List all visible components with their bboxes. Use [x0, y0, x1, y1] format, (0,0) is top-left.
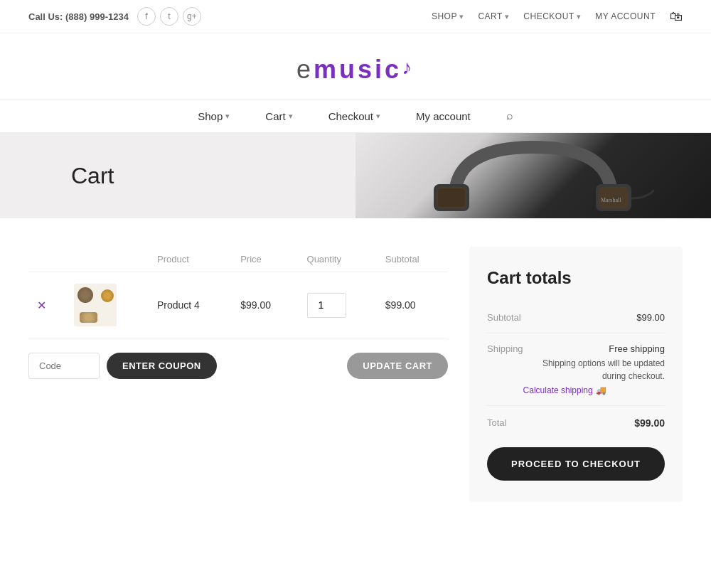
calculate-shipping-link[interactable]: Calculate shipping 🚚 — [523, 385, 665, 395]
phone-number: (888) 999-1234 — [65, 11, 129, 22]
social-icons: f t g+ — [137, 7, 201, 26]
quantity-input[interactable] — [307, 293, 346, 318]
col-product: Product — [149, 247, 232, 272]
total-row: Total $99.00 — [487, 406, 665, 440]
main-content: Product Price Quantity Subtotal — [14, 247, 697, 502]
headphones-illustration: Marshall — [412, 133, 654, 218]
product-price: $99.00 — [240, 299, 271, 311]
cart-totals: Cart totals Subtotal $99.00 Shipping Fre… — [469, 247, 683, 502]
shipping-note: Shipping options will be updated during … — [523, 357, 665, 383]
logo-main: music — [314, 55, 402, 84]
top-nav-shop[interactable]: SHOP ▾ — [432, 11, 464, 21]
truck-icon: 🚚 — [596, 385, 606, 395]
logo-area: emusic♪ — [0, 33, 711, 99]
cart-actions: ENTER COUPON UPDATE CART — [28, 353, 448, 379]
page-title: Cart — [71, 163, 114, 189]
main-nav-cart-label: Cart — [265, 110, 285, 122]
main-nav-checkout-label: Checkout — [328, 110, 373, 122]
logo-prefix: e — [296, 55, 314, 84]
update-cart-button[interactable]: UPDATE CART — [347, 353, 448, 379]
top-nav-checkout-label: CHECKOUT — [523, 11, 574, 21]
main-nav-myaccount[interactable]: My account — [416, 110, 471, 122]
shipping-row: Shipping Free shipping Shipping options … — [487, 333, 665, 406]
total-label: Total — [487, 417, 506, 429]
cart-totals-title: Cart totals — [487, 268, 665, 288]
shipping-label: Shipping — [487, 343, 523, 354]
product-thumbnail — [74, 284, 117, 326]
product-name: Product 4 — [157, 299, 200, 311]
enter-coupon-button[interactable]: ENTER COUPON — [107, 353, 217, 379]
thumb-decoration-2 — [101, 289, 114, 302]
top-nav-myaccount[interactable]: MY ACCOUNT — [595, 11, 656, 21]
thumb-decoration-3 — [80, 312, 97, 323]
chevron-down-icon: ▾ — [376, 112, 380, 121]
top-bar-left: Call Us: (888) 999-1234 f t g+ — [28, 7, 201, 26]
top-nav-shop-label: SHOP — [432, 11, 457, 21]
chevron-down-icon: ▾ — [225, 112, 230, 121]
proceed-to-checkout-button[interactable]: PROCEED TO CHECKOUT — [487, 447, 665, 481]
thumb-decoration-1 — [77, 287, 93, 303]
top-nav-checkout[interactable]: CHECKOUT ▾ — [523, 11, 581, 21]
svg-text:Marshall: Marshall — [601, 197, 621, 203]
chevron-down-icon: ▾ — [577, 12, 582, 21]
table-row: ✕ Product 4 $99.00 — [28, 272, 448, 338]
top-bar-right: SHOP ▾ CART ▾ CHECKOUT ▾ MY ACCOUNT 🛍 — [432, 9, 683, 24]
chevron-down-icon: ▾ — [505, 12, 510, 21]
shipping-value: Free shipping — [523, 343, 665, 354]
col-subtotal: Subtotal — [377, 247, 448, 272]
col-image — [65, 247, 149, 272]
svg-rect-4 — [438, 188, 465, 207]
col-quantity: Quantity — [299, 247, 377, 272]
main-nav-shop-label: Shop — [198, 110, 223, 122]
hero-image: Marshall — [356, 133, 711, 218]
main-nav-shop[interactable]: Shop ▾ — [198, 110, 230, 122]
logo-note: ♪ — [402, 56, 415, 78]
subtotal-row: Subtotal $99.00 — [487, 302, 665, 333]
hero-banner: Cart Marshall — [0, 133, 711, 218]
main-nav: Shop ▾ Cart ▾ Checkout ▾ My account ⌕ — [0, 99, 711, 133]
call-us: Call Us: (888) 999-1234 — [28, 11, 129, 22]
facebook-icon[interactable]: f — [137, 7, 156, 26]
main-nav-checkout[interactable]: Checkout ▾ — [328, 110, 380, 122]
site-logo[interactable]: emusic♪ — [0, 55, 711, 85]
top-nav-cart[interactable]: CART ▾ — [478, 11, 509, 21]
chevron-down-icon: ▾ — [459, 12, 464, 21]
call-us-label: Call Us: — [28, 11, 63, 22]
top-bar: Call Us: (888) 999-1234 f t g+ SHOP ▾ CA… — [0, 0, 711, 33]
google-plus-icon[interactable]: g+ — [183, 7, 201, 26]
chevron-down-icon: ▾ — [289, 112, 293, 121]
main-nav-cart[interactable]: Cart ▾ — [265, 110, 292, 122]
subtotal-label: Subtotal — [487, 312, 521, 323]
top-nav-cart-label: CART — [478, 11, 502, 21]
product-subtotal: $99.00 — [385, 299, 416, 311]
col-price: Price — [232, 247, 298, 272]
remove-item-button[interactable]: ✕ — [37, 299, 46, 312]
search-icon[interactable]: ⌕ — [506, 109, 513, 122]
top-nav-myaccount-label: MY ACCOUNT — [595, 11, 656, 21]
col-remove — [28, 247, 65, 272]
coupon-input[interactable] — [28, 353, 100, 379]
cart-section: Product Price Quantity Subtotal — [28, 247, 448, 379]
main-nav-myaccount-label: My account — [416, 110, 471, 122]
total-value: $99.00 — [634, 417, 665, 429]
subtotal-value: $99.00 — [636, 312, 665, 323]
cart-table: Product Price Quantity Subtotal — [28, 247, 448, 338]
twitter-icon[interactable]: t — [160, 7, 178, 26]
shipping-details: Free shipping Shipping options will be u… — [523, 343, 665, 395]
cart-bag-icon[interactable]: 🛍 — [670, 9, 683, 24]
